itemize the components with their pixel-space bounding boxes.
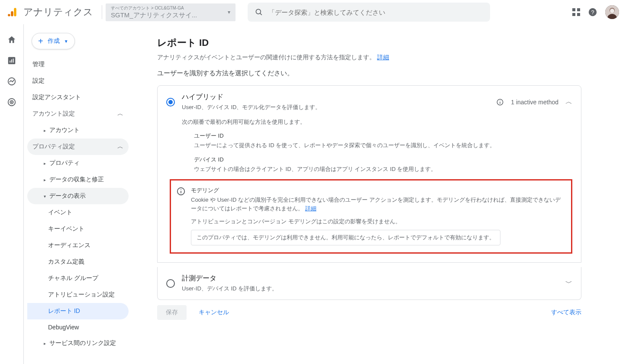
nav-assistant[interactable]: 設定アシスタント	[27, 89, 129, 106]
home-icon[interactable]	[6, 35, 17, 45]
chevron-up-icon[interactable]: ︿	[565, 97, 572, 106]
radio-selected-icon[interactable]	[166, 98, 175, 106]
modeling-highlight: モデリング Cookie や User-ID などの識別子を完全に利用できない場…	[170, 179, 572, 254]
caret-right-icon: ▸	[44, 341, 46, 346]
svg-rect-17	[11, 59, 12, 62]
cancel-button[interactable]: キャンセル	[190, 305, 238, 320]
option-observed-header[interactable]: 計測データ User-ID、デバイス ID を評価します。 ﹀	[158, 267, 581, 300]
chevron-down-icon[interactable]: ﹀	[565, 279, 572, 288]
caret-right-icon: ▸	[44, 177, 46, 182]
reports-icon[interactable]	[6, 55, 17, 66]
learn-more-link[interactable]: 詳細	[377, 54, 389, 61]
nav-data-collection[interactable]: ▸データの収集と修正	[27, 171, 129, 188]
icon-rail	[0, 24, 24, 364]
nav-custom-def[interactable]: カスタム定義	[27, 254, 129, 270]
nav-events[interactable]: イベント	[27, 204, 129, 221]
radio-unselected-icon[interactable]	[166, 279, 175, 288]
body-lead: 次の順番で最初の利用可能な方法を使用します。	[182, 118, 572, 126]
modeling-desc: Cookie や User-ID などの識別子を完全に利用できない場合のユーザー…	[191, 196, 564, 213]
nav-property-settings[interactable]: プロパティ設定 ︿	[27, 139, 129, 155]
svg-rect-5	[572, 8, 575, 11]
option-hybrid-header[interactable]: ハイブリッド User-ID、デバイス ID、モデル化データを評価します。 1 …	[158, 86, 581, 118]
nav-report-id[interactable]: レポート ID	[27, 303, 129, 319]
dropdown-caret-icon: ▼	[64, 39, 68, 44]
hybrid-body: 次の順番で最初の利用可能な方法を使用します。 ユーザー ID ユーザーによって提…	[158, 118, 581, 262]
advertising-icon[interactable]	[6, 97, 17, 107]
create-label: 作成	[48, 37, 60, 45]
svg-text:?: ?	[591, 9, 594, 16]
help-icon[interactable]: ?	[588, 7, 597, 17]
account-switcher[interactable]: すべてのアカウント > OCL&GTM-GA SGTM_アナリティクスサイ...…	[106, 3, 236, 21]
nav-settings[interactable]: 設定	[27, 73, 129, 89]
svg-point-2	[8, 14, 10, 16]
dropdown-caret-icon: ▾	[228, 9, 230, 15]
svg-rect-7	[572, 13, 575, 16]
modeling-note: アトリビューションとコンバージョン モデリングはこの設定の影響を受けません。	[191, 218, 564, 225]
svg-point-3	[256, 9, 261, 14]
user-avatar[interactable]	[605, 5, 619, 19]
nav-admin[interactable]: 管理	[27, 56, 129, 73]
save-button[interactable]: 保存	[157, 305, 187, 320]
method-user-id: ユーザー ID ユーザーによって提供される ID を使って、レポートやデータ探索…	[187, 132, 572, 150]
svg-rect-0	[14, 8, 16, 16]
modeling-learn-link[interactable]: 詳細	[305, 205, 316, 212]
search-icon	[255, 8, 263, 16]
caret-down-icon: ▾	[44, 194, 46, 199]
account-property-name: SGTM_アナリティクスサイ...	[111, 11, 197, 19]
search-box[interactable]	[248, 3, 490, 22]
svg-line-4	[260, 13, 262, 15]
info-icon	[176, 187, 186, 245]
modeling-disabled-notice: このプロパティでは、モデリングは利用できません。利用可能になったら、レポートでデ…	[191, 230, 500, 245]
nav-debugview[interactable]: DebugView	[27, 319, 129, 335]
svg-rect-16	[10, 61, 10, 63]
account-breadcrumb: すべてのアカウント > OCL&GTM-GA	[111, 5, 197, 11]
svg-point-22	[11, 102, 12, 103]
svg-point-14	[610, 9, 614, 13]
svg-rect-6	[577, 8, 580, 11]
plus-icon: +	[38, 37, 43, 45]
footer-row: 保存 キャンセル すべて表示	[157, 305, 581, 320]
page-title: レポート ID	[157, 36, 617, 49]
caret-right-icon: ▸	[44, 128, 46, 133]
nav-account-settings[interactable]: アカウント設定 ︿	[27, 106, 129, 122]
header-right: ?	[572, 5, 619, 19]
modeling-title: モデリング	[191, 187, 564, 194]
nav-property[interactable]: ▸プロパティ	[27, 155, 129, 171]
hybrid-sub: User-ID、デバイス ID、モデル化データを評価します。	[182, 103, 321, 111]
content: レポート ID アナリティクスがイベントとユーザーの関連付けに使用する方法を指定…	[132, 24, 626, 364]
app-header: アナリティクス すべてのアカウント > OCL&GTM-GA SGTM_アナリテ…	[0, 0, 626, 24]
hybrid-title: ハイブリッド	[182, 93, 321, 102]
nav-data-display[interactable]: ▾データの表示	[27, 188, 129, 204]
search-input[interactable]	[268, 9, 483, 16]
observed-sub: User-ID、デバイス ID を評価します。	[182, 285, 278, 293]
svg-rect-8	[577, 13, 580, 16]
nav-channel-groups[interactable]: チャネル グループ	[27, 270, 129, 287]
brand-label: アナリティクス	[23, 6, 93, 19]
sidebar: + 作成 ▼ 管理 設定 設定アシスタント アカウント設定 ︿ ▸アカウント プ…	[24, 24, 132, 364]
nav-account[interactable]: ▸アカウント	[27, 122, 129, 139]
svg-rect-18	[13, 58, 14, 62]
nav-service-links[interactable]: ▸サービス間のリンク設定	[27, 335, 129, 351]
info-icon	[496, 98, 504, 106]
caret-right-icon: ▸	[44, 161, 46, 166]
option-observed: 計測データ User-ID、デバイス ID を評価します。 ﹀	[157, 267, 581, 300]
apps-icon[interactable]	[572, 8, 580, 16]
nav-audiences[interactable]: オーディエンス	[27, 237, 129, 254]
chevron-up-icon: ︿	[117, 143, 123, 151]
svg-point-28	[181, 189, 181, 190]
chevron-up-icon: ︿	[117, 110, 123, 118]
nav-key-events[interactable]: キーイベント	[27, 221, 129, 237]
svg-rect-1	[11, 11, 13, 16]
explore-icon[interactable]	[6, 76, 17, 87]
sub-heading: ユーザーを識別する方法を選択してください。	[157, 69, 617, 77]
show-all-link[interactable]: すべて表示	[551, 309, 581, 316]
option-hybrid: ハイブリッド User-ID、デバイス ID、モデル化データを評価します。 1 …	[157, 85, 581, 263]
observed-title: 計測データ	[182, 274, 278, 283]
method-device-id: デバイス ID ウェブサイトの場合はクライアント ID、アプリの場合はアプリ イ…	[187, 156, 572, 174]
page-description: アナリティクスがイベントとユーザーの関連付けに使用する方法を指定します。 詳細	[157, 54, 617, 61]
main-wrap: + 作成 ▼ 管理 設定 設定アシスタント アカウント設定 ︿ ▸アカウント プ…	[0, 24, 626, 364]
create-button[interactable]: + 作成 ▼	[32, 33, 75, 49]
inactive-method-label: 1 inactive method	[511, 99, 558, 106]
nav-attribution[interactable]: アトリビューション設定	[27, 287, 129, 303]
analytics-logo-icon	[7, 6, 18, 18]
